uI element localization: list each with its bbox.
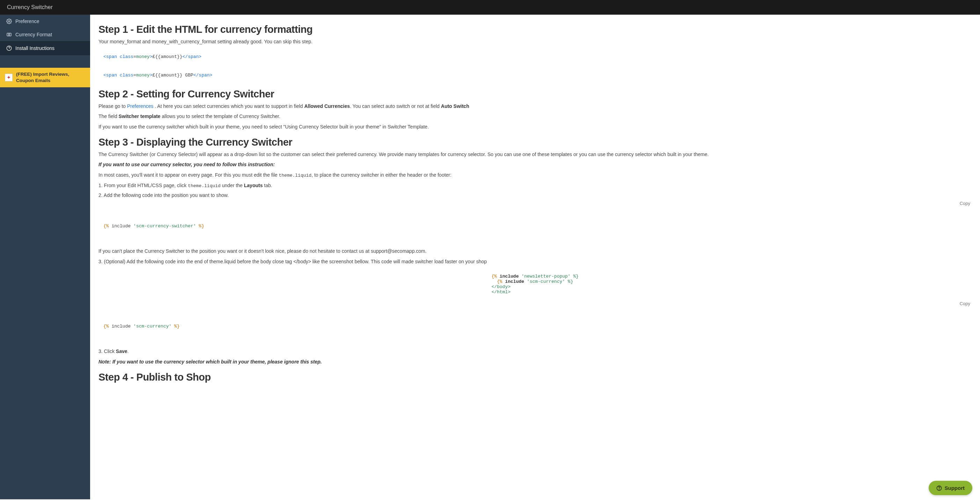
step1-code2: <span class=money>£{{amount}} GBP</span>	[99, 68, 972, 83]
step3-code2: {% include 'newsletter-popup' %} {% incl…	[99, 269, 972, 300]
sidebar-separator	[0, 55, 90, 68]
step1-code1: <span class=money>£{{amount}}</span>	[99, 49, 972, 64]
step1-intro: Your money_format and money_with_currenc…	[99, 38, 972, 46]
step3-code1: Copy {% include 'scm-currency-switcher' …	[99, 203, 972, 244]
step3-ol4: 3. Click Save.	[99, 348, 972, 356]
sidebar-item-label: Currency Format	[15, 32, 52, 37]
promo-label: (FREE) Import Reviews, Coupon Emails	[16, 71, 85, 84]
step3-ol3: 3. (Optional) Add the following code int…	[99, 258, 972, 266]
step2-heading: Step 2 - Setting for Currency Switcher	[99, 88, 972, 100]
step2-p1: Please go to Preferences . At here you c…	[99, 103, 972, 110]
main-content: Step 1 - Edit the HTML for currency form…	[90, 15, 980, 499]
step3-p1: The Currency Switcher (or Currency Selec…	[99, 151, 972, 159]
support-button[interactable]: Support	[929, 481, 973, 495]
step1-heading: Step 1 - Edit the HTML for currency form…	[99, 24, 972, 35]
step3-p2-ital: If you want to use our currency selector…	[99, 161, 972, 169]
sidebar-item-label: Install Instructions	[15, 45, 54, 51]
sidebar-item-install-instructions[interactable]: Install Instructions	[0, 41, 90, 55]
step2-p3: If you want to use the currency switcher…	[99, 123, 972, 131]
sidebar: Preference Currency Format Install Instr…	[0, 15, 90, 499]
svg-rect-1	[7, 33, 11, 36]
step3-p4: If you can't place the Currency Switcher…	[99, 248, 972, 255]
step2-p2: The field Switcher template allows you t…	[99, 113, 972, 121]
step3-code3: Copy {% include 'scm-currency' %}	[99, 303, 972, 344]
svg-point-2	[8, 34, 10, 35]
sidebar-item-preference[interactable]: Preference	[0, 15, 90, 28]
step3-ol2: 2. Add the following code into the posit…	[99, 192, 972, 199]
question-circle-icon	[6, 45, 12, 51]
sidebar-item-label: Preference	[15, 19, 39, 24]
gear-icon	[6, 19, 12, 24]
promo-icon: ✦	[5, 74, 13, 81]
app-title: Currency Switcher	[7, 4, 53, 10]
topbar: Currency Switcher	[0, 0, 980, 15]
copy-button[interactable]: Copy	[960, 201, 970, 206]
step3-note: Note: If you want to use the currency se…	[99, 358, 972, 366]
step3-p2b: In most cases, you'll want it to appear …	[99, 171, 972, 179]
svg-point-0	[8, 21, 10, 22]
step3-ol1: 1. From your Edit HTML/CSS page, click t…	[99, 182, 972, 190]
step3-heading: Step 3 - Displaying the Currency Switche…	[99, 137, 972, 148]
step4-heading: Step 4 - Publish to Shop	[99, 371, 972, 383]
currency-format-icon	[6, 32, 12, 37]
copy-button[interactable]: Copy	[960, 301, 970, 306]
support-label: Support	[945, 485, 965, 491]
preferences-link[interactable]: Preferences	[127, 103, 153, 109]
sidebar-promo[interactable]: ✦ (FREE) Import Reviews, Coupon Emails	[0, 68, 90, 87]
sidebar-item-currency-format[interactable]: Currency Format	[0, 28, 90, 41]
question-circle-icon	[936, 485, 942, 491]
